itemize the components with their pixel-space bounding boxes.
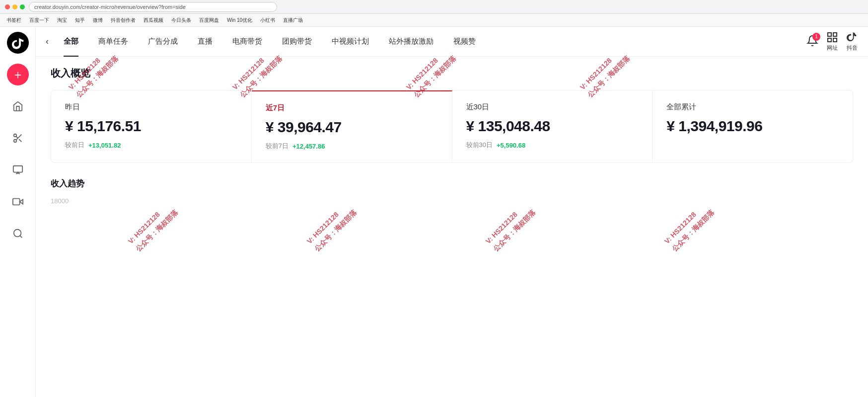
card-period-7days: 近7日 xyxy=(266,103,438,113)
card-amount-total: ¥ 1,394,919.96 xyxy=(666,118,839,135)
revenue-card-7days: 近7日 ¥ 39,964.47 较前7日 +12,457.86 xyxy=(252,90,452,162)
bookmark-11[interactable]: 小红书 xyxy=(258,16,278,25)
address-bar[interactable]: creator.douyin.com/creator-micro/revenue… xyxy=(29,2,277,12)
watermark-8: V: HS212128公众号：海叔部落 xyxy=(662,199,717,254)
card-amount-30days: ¥ 135,048.48 xyxy=(466,118,639,135)
notification-badge: 1 xyxy=(812,33,820,41)
page-content: V: HS212128公众号：海叔部落 V: HS212128公众号：海叔部落 … xyxy=(36,57,868,215)
tab-live[interactable]: 直播 xyxy=(188,27,222,57)
trend-title: 收入趋势 xyxy=(51,178,853,189)
svg-line-4 xyxy=(16,136,18,138)
svg-rect-13 xyxy=(833,38,837,42)
tab-all[interactable]: 全部 xyxy=(54,27,88,57)
card-period-total: 全部累计 xyxy=(666,102,839,112)
section-title: 收入概览 xyxy=(51,67,853,80)
tab-ecommerce[interactable]: 电商带货 xyxy=(222,27,272,57)
card-change-30days: +5,590.68 xyxy=(497,142,525,149)
revenue-card-total: 全部累计 ¥ 1,394,919.96 xyxy=(652,90,853,162)
trend-section: 收入趋势 18000 xyxy=(51,178,853,205)
main-content: ‹ 全部 商单任务 广告分成 直播 电商带货 团购带货 中视频计划 xyxy=(36,27,868,397)
maximize-dot[interactable] xyxy=(20,4,25,9)
bookmark-10[interactable]: Win 10优化 xyxy=(224,16,255,25)
bookmark-1[interactable]: 书签栏 xyxy=(4,16,24,25)
bookmark-2[interactable]: 百度一下 xyxy=(27,16,52,25)
window-controls xyxy=(5,4,25,9)
close-dot[interactable] xyxy=(5,4,10,9)
compare-label-30days: 较前30日 xyxy=(466,141,493,150)
card-change-yesterday: +13,051.82 xyxy=(88,142,121,149)
card-amount-7days: ¥ 39,964.47 xyxy=(266,119,438,136)
svg-marker-7 xyxy=(19,199,22,204)
tab-ad-revenue[interactable]: 广告分成 xyxy=(138,27,188,57)
app-container: ＋ xyxy=(0,27,868,397)
bookmark-7[interactable]: 西瓜视频 xyxy=(141,16,166,25)
card-period-30days: 近30日 xyxy=(466,102,639,112)
url-text: creator.douyin.com/creator-micro/revenue… xyxy=(34,4,186,10)
douyin-label: 抖音 xyxy=(847,44,858,52)
bookmark-6[interactable]: 抖音创作者 xyxy=(108,16,138,25)
sidebar-scissors-icon[interactable] xyxy=(7,127,29,149)
card-compare-yesterday: 较前日 +13,051.82 xyxy=(65,141,237,150)
watermark-7: V: HS212128公众号：海叔部落 xyxy=(483,199,538,254)
sidebar-play-icon[interactable] xyxy=(7,159,29,181)
tab-mid-video[interactable]: 中视频计划 xyxy=(322,27,379,57)
douyin-button[interactable]: 抖音 xyxy=(846,31,858,52)
add-content-button[interactable]: ＋ xyxy=(7,64,29,85)
card-period-yesterday: 昨日 xyxy=(65,102,237,112)
bookmark-5[interactable]: 微博 xyxy=(90,16,105,25)
svg-line-3 xyxy=(19,139,21,142)
watermark-5: V: HS212128公众号：海叔部落 xyxy=(126,199,181,254)
notification-button[interactable]: 1 xyxy=(806,35,818,49)
svg-rect-14 xyxy=(828,38,831,42)
compare-label-yesterday: 较前日 xyxy=(65,141,84,150)
bookmarks-bar: 书签栏 百度一下 淘宝 知乎 微博 抖音创作者 西瓜视频 今日头条 百度网盘 W… xyxy=(0,14,868,27)
bookmark-12[interactable]: 直播广场 xyxy=(281,16,305,25)
card-amount-yesterday: ¥ 15,176.51 xyxy=(65,118,237,135)
minimize-dot[interactable] xyxy=(12,4,17,9)
sidebar: ＋ xyxy=(0,27,36,397)
bookmark-9[interactable]: 百度网盘 xyxy=(197,16,221,25)
svg-point-9 xyxy=(13,230,21,237)
svg-rect-11 xyxy=(828,33,831,36)
svg-point-0 xyxy=(13,134,16,137)
card-change-7days: +12,457.86 xyxy=(292,143,325,150)
watermark-6: V: HS212128公众号：海叔部落 xyxy=(304,199,360,254)
header-right: 1 网址 抖音 xyxy=(806,31,858,52)
tab-video-likes[interactable]: 视频赞 xyxy=(443,27,486,57)
sidebar-home-icon[interactable] xyxy=(7,95,29,117)
tab-group-buy[interactable]: 团购带货 xyxy=(272,27,322,57)
svg-line-10 xyxy=(20,236,22,238)
revenue-cards: 昨日 ¥ 15,176.51 较前日 +13,051.82 近7日 ¥ 39,9… xyxy=(51,90,853,163)
card-compare-7days: 较前7日 +12,457.86 xyxy=(266,142,438,151)
bookmark-3[interactable]: 淘宝 xyxy=(55,16,70,25)
tiktok-logo xyxy=(7,32,29,54)
top-nav: ‹ 全部 商单任务 广告分成 直播 电商带货 团购带货 中视频计划 xyxy=(36,27,868,57)
website-label: 网址 xyxy=(827,44,838,52)
tab-commercial[interactable]: 商单任务 xyxy=(88,27,138,57)
revenue-card-yesterday: 昨日 ¥ 15,176.51 较前日 +13,051.82 xyxy=(51,90,252,162)
bookmark-4[interactable]: 知乎 xyxy=(72,16,87,25)
svg-rect-5 xyxy=(13,166,22,172)
sidebar-search-icon[interactable] xyxy=(7,223,29,244)
sidebar-camera-icon[interactable] xyxy=(7,191,29,213)
compare-label-7days: 较前7日 xyxy=(266,142,289,151)
revenue-card-30days: 近30日 ¥ 135,048.48 较前30日 +5,590.68 xyxy=(452,90,653,162)
svg-rect-8 xyxy=(12,199,19,205)
nav-back-arrow[interactable]: ‹ xyxy=(46,36,49,47)
card-compare-30days: 较前30日 +5,590.68 xyxy=(466,141,639,150)
grid-view-button[interactable]: 网址 xyxy=(826,31,838,52)
tab-external-play[interactable]: 站外播放激励 xyxy=(379,27,443,57)
svg-rect-12 xyxy=(833,33,837,36)
svg-point-1 xyxy=(13,140,16,143)
browser-bar: creator.douyin.com/creator-micro/revenue… xyxy=(0,0,868,14)
trend-y-axis-top: 18000 xyxy=(51,197,853,205)
bookmark-8[interactable]: 今日头条 xyxy=(169,16,194,25)
